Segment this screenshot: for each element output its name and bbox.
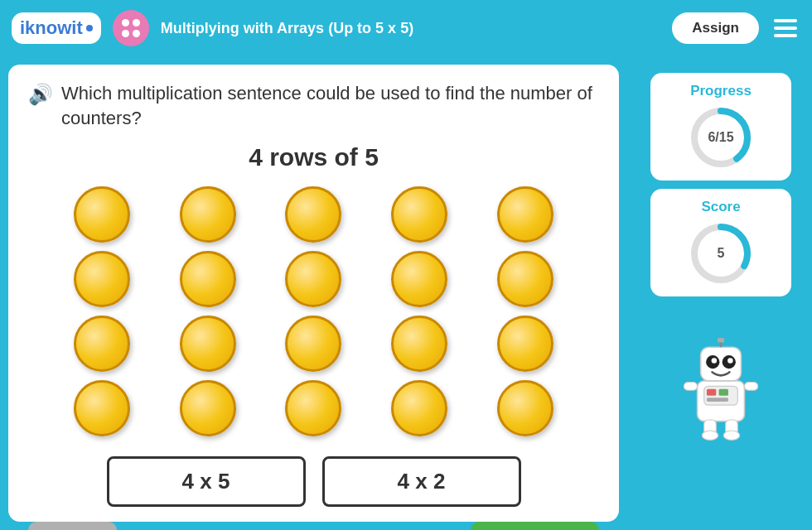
question-text: Which multiplication sentence could be u… (61, 81, 599, 130)
logo: iknowit (12, 12, 101, 44)
back-button[interactable]: ← (772, 479, 800, 513)
counter (180, 186, 236, 243)
counter (285, 186, 341, 243)
bottom-bar: Hint Submit (28, 513, 599, 530)
score-value: 5 (718, 246, 725, 261)
svg-text:←: ← (779, 484, 794, 501)
hamburger-line (774, 34, 797, 37)
svg-rect-13 (707, 389, 716, 396)
main-content: 🔊 Which multiplication sentence could be… (0, 56, 812, 530)
answer-row: 4 x 5 4 x 2 (28, 456, 599, 507)
counter (180, 316, 236, 372)
array-title: 4 rows of 5 (28, 143, 599, 171)
svg-rect-17 (744, 383, 757, 391)
counter (285, 251, 341, 307)
logo-text: iknowit (20, 17, 83, 39)
question-panel: 🔊 Which multiplication sentence could be… (8, 65, 619, 522)
counter (74, 251, 130, 307)
score-box: Score 5 (650, 189, 791, 296)
counter (391, 186, 447, 243)
counter (391, 316, 447, 372)
lesson-title: Multiplying with Arrays (Up to 5 x 5) (161, 20, 661, 37)
speaker-icon[interactable]: 🔊 (28, 83, 53, 106)
score-label: Score (701, 199, 740, 215)
svg-rect-16 (684, 383, 697, 391)
svg-point-11 (727, 358, 733, 364)
counter (497, 380, 553, 436)
counter (74, 380, 130, 436)
progress-value: 6/15 (708, 130, 733, 145)
progress-box: Progress 6/15 (650, 73, 791, 181)
menu-button[interactable] (771, 16, 800, 41)
svg-point-10 (712, 358, 718, 364)
counter (285, 380, 341, 436)
dice-dot (122, 19, 129, 26)
counter (497, 316, 553, 372)
dice-dots (122, 19, 140, 37)
header: iknowit Multiplying with Arrays (Up to 5… (0, 0, 812, 56)
robot-mascot (641, 305, 800, 470)
progress-label: Progress (690, 83, 752, 99)
assign-button[interactable]: Assign (672, 12, 759, 44)
logo-dot (86, 25, 93, 31)
counter (180, 380, 236, 436)
answer-button-1[interactable]: 4 x 5 (107, 456, 306, 507)
hamburger-line (774, 26, 797, 30)
counter (74, 316, 130, 372)
counter (497, 251, 553, 307)
submit-button[interactable]: Submit (471, 522, 599, 530)
svg-rect-7 (718, 338, 724, 343)
svg-point-21 (723, 431, 740, 440)
counter (285, 316, 341, 372)
hamburger-line (774, 19, 797, 22)
counter (391, 251, 447, 307)
score-circle: 5 (688, 220, 754, 287)
svg-rect-14 (719, 389, 728, 396)
array-grid (28, 186, 599, 436)
progress-circle: 6/15 (688, 104, 754, 171)
svg-rect-15 (707, 398, 728, 402)
dice-dot (122, 30, 129, 37)
svg-point-20 (702, 431, 718, 440)
counter (74, 186, 130, 243)
counter (180, 251, 236, 307)
counter (391, 380, 447, 436)
dice-dot (133, 30, 140, 37)
dice-dot (133, 19, 140, 26)
counter (497, 186, 553, 243)
question-area: 🔊 Which multiplication sentence could be… (28, 81, 599, 130)
panel-divider (627, 65, 630, 522)
sidebar: Progress 6/15 Score 5 (638, 65, 804, 522)
answer-button-2[interactable]: 4 x 2 (322, 456, 521, 507)
hint-button[interactable]: Hint (28, 522, 117, 530)
dice-icon (113, 10, 149, 46)
